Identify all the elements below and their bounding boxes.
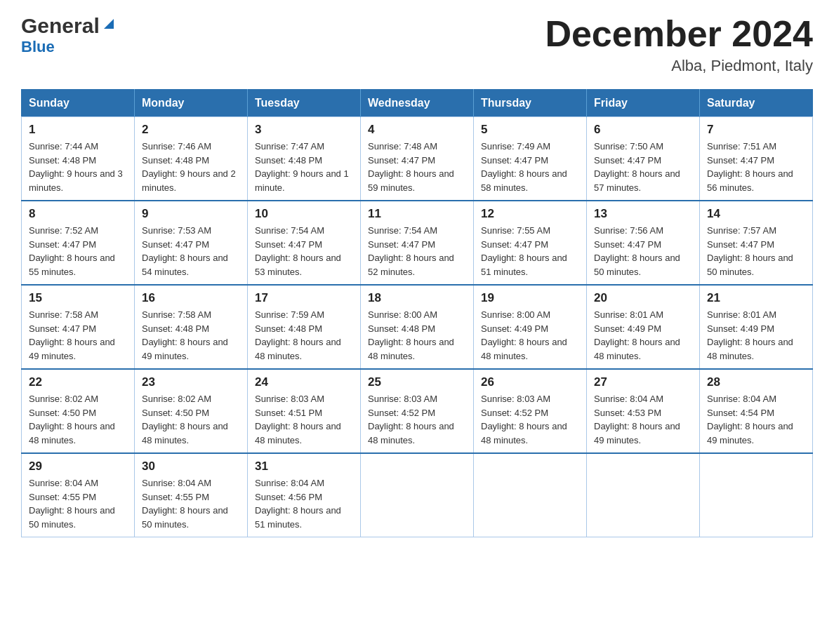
calendar-header: SundayMondayTuesdayWednesdayThursdayFrid… <box>22 90 813 117</box>
day-info: Sunrise: 7:58 AMSunset: 4:47 PMDaylight:… <box>29 308 127 363</box>
calendar-day-15: 15Sunrise: 7:58 AMSunset: 4:47 PMDayligh… <box>22 285 135 369</box>
day-info: Sunrise: 8:02 AMSunset: 4:50 PMDaylight:… <box>29 392 127 447</box>
calendar-day-3: 3Sunrise: 7:47 AMSunset: 4:48 PMDaylight… <box>248 117 361 201</box>
day-info: Sunrise: 8:04 AMSunset: 4:56 PMDaylight:… <box>255 476 353 531</box>
header-day-thursday: Thursday <box>474 90 587 117</box>
day-info: Sunrise: 7:47 AMSunset: 4:48 PMDaylight:… <box>255 140 353 194</box>
calendar-week-3: 15Sunrise: 7:58 AMSunset: 4:47 PMDayligh… <box>22 285 813 369</box>
calendar-day-30: 30Sunrise: 8:04 AMSunset: 4:55 PMDayligh… <box>135 453 248 537</box>
header-row: SundayMondayTuesdayWednesdayThursdayFrid… <box>22 90 813 117</box>
location-subtitle: Alba, Piedmont, Italy <box>545 57 813 75</box>
calendar-day-10: 10Sunrise: 7:54 AMSunset: 4:47 PMDayligh… <box>248 201 361 285</box>
day-info: Sunrise: 8:03 AMSunset: 4:52 PMDaylight:… <box>481 392 579 447</box>
day-number: 15 <box>29 291 127 305</box>
day-info: Sunrise: 7:54 AMSunset: 4:47 PMDaylight:… <box>368 224 466 279</box>
day-info: Sunrise: 7:49 AMSunset: 4:47 PMDaylight:… <box>481 140 579 194</box>
day-number: 3 <box>255 123 353 137</box>
day-info: Sunrise: 8:01 AMSunset: 4:49 PMDaylight:… <box>707 308 805 363</box>
empty-day <box>361 453 474 537</box>
day-info: Sunrise: 8:02 AMSunset: 4:50 PMDaylight:… <box>142 392 240 447</box>
day-number: 6 <box>594 123 692 137</box>
day-number: 22 <box>29 375 127 389</box>
header-day-tuesday: Tuesday <box>248 90 361 117</box>
header-day-saturday: Saturday <box>700 90 813 117</box>
calendar-day-14: 14Sunrise: 7:57 AMSunset: 4:47 PMDayligh… <box>700 201 813 285</box>
svg-marker-0 <box>104 19 114 29</box>
day-number: 14 <box>707 207 805 221</box>
day-number: 1 <box>29 123 127 137</box>
day-info: Sunrise: 8:03 AMSunset: 4:52 PMDaylight:… <box>368 392 466 447</box>
calendar-day-28: 28Sunrise: 8:04 AMSunset: 4:54 PMDayligh… <box>700 369 813 453</box>
day-info: Sunrise: 8:03 AMSunset: 4:51 PMDaylight:… <box>255 392 353 447</box>
day-number: 17 <box>255 291 353 305</box>
day-info: Sunrise: 7:48 AMSunset: 4:47 PMDaylight:… <box>368 140 466 194</box>
day-info: Sunrise: 8:04 AMSunset: 4:55 PMDaylight:… <box>29 476 127 531</box>
empty-day <box>587 453 700 537</box>
day-number: 4 <box>368 123 466 137</box>
logo: General Blue <box>21 14 117 56</box>
day-number: 10 <box>255 207 353 221</box>
calendar-day-17: 17Sunrise: 7:59 AMSunset: 4:48 PMDayligh… <box>248 285 361 369</box>
day-info: Sunrise: 8:00 AMSunset: 4:49 PMDaylight:… <box>481 308 579 363</box>
calendar-day-24: 24Sunrise: 8:03 AMSunset: 4:51 PMDayligh… <box>248 369 361 453</box>
calendar-day-26: 26Sunrise: 8:03 AMSunset: 4:52 PMDayligh… <box>474 369 587 453</box>
day-number: 20 <box>594 291 692 305</box>
calendar-day-27: 27Sunrise: 8:04 AMSunset: 4:53 PMDayligh… <box>587 369 700 453</box>
day-info: Sunrise: 8:01 AMSunset: 4:49 PMDaylight:… <box>594 308 692 363</box>
header-day-monday: Monday <box>135 90 248 117</box>
calendar-day-19: 19Sunrise: 8:00 AMSunset: 4:49 PMDayligh… <box>474 285 587 369</box>
calendar-day-1: 1Sunrise: 7:44 AMSunset: 4:48 PMDaylight… <box>22 117 135 201</box>
calendar-day-18: 18Sunrise: 8:00 AMSunset: 4:48 PMDayligh… <box>361 285 474 369</box>
calendar-body: 1Sunrise: 7:44 AMSunset: 4:48 PMDaylight… <box>22 117 813 537</box>
day-number: 23 <box>142 375 240 389</box>
day-number: 26 <box>481 375 579 389</box>
day-number: 2 <box>142 123 240 137</box>
day-info: Sunrise: 7:56 AMSunset: 4:47 PMDaylight:… <box>594 224 692 279</box>
day-number: 21 <box>707 291 805 305</box>
day-number: 28 <box>707 375 805 389</box>
calendar-week-2: 8Sunrise: 7:52 AMSunset: 4:47 PMDaylight… <box>22 201 813 285</box>
day-number: 13 <box>594 207 692 221</box>
logo-blue-text: Blue <box>21 38 55 56</box>
day-info: Sunrise: 8:04 AMSunset: 4:54 PMDaylight:… <box>707 392 805 447</box>
day-number: 25 <box>368 375 466 389</box>
day-number: 8 <box>29 207 127 221</box>
calendar-day-7: 7Sunrise: 7:51 AMSunset: 4:47 PMDaylight… <box>700 117 813 201</box>
day-number: 5 <box>481 123 579 137</box>
header-day-wednesday: Wednesday <box>361 90 474 117</box>
calendar-day-31: 31Sunrise: 8:04 AMSunset: 4:56 PMDayligh… <box>248 453 361 537</box>
day-info: Sunrise: 8:04 AMSunset: 4:53 PMDaylight:… <box>594 392 692 447</box>
day-info: Sunrise: 7:58 AMSunset: 4:48 PMDaylight:… <box>142 308 240 363</box>
day-info: Sunrise: 7:51 AMSunset: 4:47 PMDaylight:… <box>707 140 805 194</box>
calendar-day-6: 6Sunrise: 7:50 AMSunset: 4:47 PMDaylight… <box>587 117 700 201</box>
day-info: Sunrise: 7:46 AMSunset: 4:48 PMDaylight:… <box>142 140 240 194</box>
day-number: 27 <box>594 375 692 389</box>
calendar-day-2: 2Sunrise: 7:46 AMSunset: 4:48 PMDaylight… <box>135 117 248 201</box>
day-info: Sunrise: 7:50 AMSunset: 4:47 PMDaylight:… <box>594 140 692 194</box>
calendar-week-5: 29Sunrise: 8:04 AMSunset: 4:55 PMDayligh… <box>22 453 813 537</box>
day-number: 24 <box>255 375 353 389</box>
empty-day <box>474 453 587 537</box>
calendar-week-4: 22Sunrise: 8:02 AMSunset: 4:50 PMDayligh… <box>22 369 813 453</box>
title-section: December 2024 Alba, Piedmont, Italy <box>545 14 813 75</box>
day-info: Sunrise: 8:04 AMSunset: 4:55 PMDaylight:… <box>142 476 240 531</box>
calendar-day-23: 23Sunrise: 8:02 AMSunset: 4:50 PMDayligh… <box>135 369 248 453</box>
header-day-friday: Friday <box>587 90 700 117</box>
day-number: 12 <box>481 207 579 221</box>
calendar-day-4: 4Sunrise: 7:48 AMSunset: 4:47 PMDaylight… <box>361 117 474 201</box>
empty-day <box>700 453 813 537</box>
calendar-day-5: 5Sunrise: 7:49 AMSunset: 4:47 PMDaylight… <box>474 117 587 201</box>
calendar-day-12: 12Sunrise: 7:55 AMSunset: 4:47 PMDayligh… <box>474 201 587 285</box>
calendar-week-1: 1Sunrise: 7:44 AMSunset: 4:48 PMDaylight… <box>22 117 813 201</box>
day-info: Sunrise: 8:00 AMSunset: 4:48 PMDaylight:… <box>368 308 466 363</box>
day-number: 18 <box>368 291 466 305</box>
header-day-sunday: Sunday <box>22 90 135 117</box>
page-header: General Blue December 2024 Alba, Piedmon… <box>21 14 813 75</box>
day-info: Sunrise: 7:55 AMSunset: 4:47 PMDaylight:… <box>481 224 579 279</box>
day-number: 16 <box>142 291 240 305</box>
calendar-day-22: 22Sunrise: 8:02 AMSunset: 4:50 PMDayligh… <box>22 369 135 453</box>
month-title: December 2024 <box>545 14 813 54</box>
calendar-day-29: 29Sunrise: 8:04 AMSunset: 4:55 PMDayligh… <box>22 453 135 537</box>
logo-general-text: General <box>21 14 100 38</box>
calendar-day-9: 9Sunrise: 7:53 AMSunset: 4:47 PMDaylight… <box>135 201 248 285</box>
